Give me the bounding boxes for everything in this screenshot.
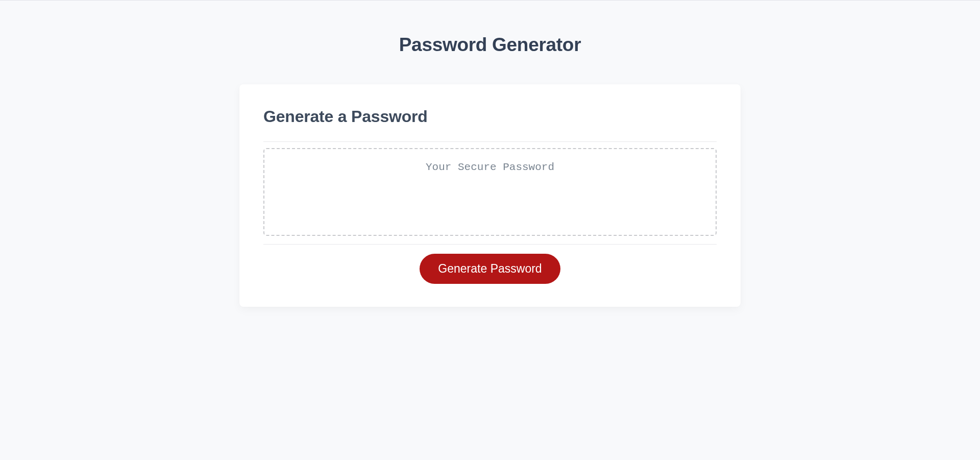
password-output[interactable] bbox=[263, 148, 717, 236]
card-heading: Generate a Password bbox=[263, 107, 717, 142]
main-wrapper: Password Generator Generate a Password G… bbox=[0, 1, 980, 307]
generate-password-button[interactable]: Generate Password bbox=[420, 254, 560, 284]
generator-card: Generate a Password Generate Password bbox=[239, 84, 741, 307]
button-row: Generate Password bbox=[263, 245, 717, 284]
output-section bbox=[263, 142, 717, 245]
page-title: Password Generator bbox=[399, 34, 581, 56]
